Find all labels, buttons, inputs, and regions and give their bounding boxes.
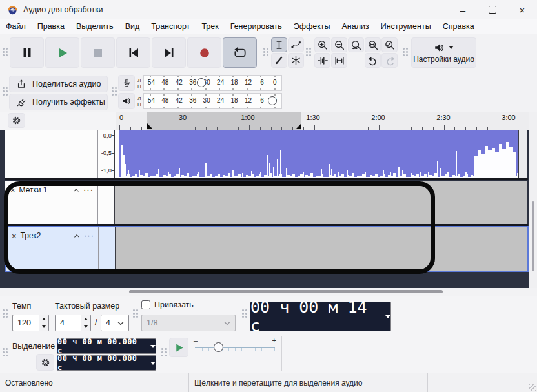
time-ruler[interactable]: 0301:001:302:002:303:00 bbox=[116, 112, 529, 130]
selection-tool-button[interactable] bbox=[271, 37, 287, 52]
record-meter-scale[interactable]: -54-48-42-36-30-24-18-12-60 bbox=[143, 75, 282, 91]
toolbar-grip[interactable] bbox=[242, 309, 247, 318]
tempo-input[interactable]: 120 bbox=[12, 315, 39, 331]
silence-selection-button[interactable] bbox=[331, 53, 347, 68]
menu-item-select[interactable]: Выделить bbox=[70, 22, 119, 31]
toolbar-grip[interactable] bbox=[3, 48, 8, 56]
selection-start-field[interactable]: 00 ч 00 м 00.000 с bbox=[57, 338, 156, 354]
play-button[interactable] bbox=[45, 37, 79, 68]
draw-tool-button[interactable] bbox=[271, 53, 287, 68]
playback-meter-speaker-button[interactable] bbox=[118, 93, 135, 109]
play-at-speed-button[interactable] bbox=[169, 338, 188, 357]
selection-options-button[interactable] bbox=[36, 354, 54, 371]
track-empty-space[interactable] bbox=[519, 130, 527, 178]
track-menu-icon[interactable]: ··· bbox=[83, 187, 94, 192]
gear-icon bbox=[41, 358, 50, 367]
timesig-lower-select[interactable]: 4 bbox=[101, 315, 129, 331]
audio-track-control-panel[interactable] bbox=[5, 130, 98, 178]
menu-item-effects[interactable]: Эффекты bbox=[288, 22, 336, 31]
menu-item-analyze[interactable]: Анализ bbox=[336, 22, 375, 31]
skip-to-end-button[interactable] bbox=[152, 37, 186, 68]
zoom-in-icon bbox=[317, 39, 329, 51]
toolbar-grip[interactable] bbox=[3, 87, 8, 96]
snap-checkbox[interactable] bbox=[141, 300, 150, 309]
menu-item-help[interactable]: Справка bbox=[437, 22, 480, 31]
menu-item-tools[interactable]: Инструменты bbox=[375, 22, 437, 31]
meter-scale-tick bbox=[177, 88, 178, 90]
close-track-icon[interactable]: × bbox=[12, 232, 17, 240]
selection-end-field[interactable]: 00 ч 00 м 00.000 с bbox=[57, 355, 156, 371]
vertical-scrollbar[interactable] bbox=[529, 130, 537, 288]
close-button[interactable]: × bbox=[507, 0, 537, 19]
zoom-out-button[interactable] bbox=[331, 37, 347, 52]
menu-item-file[interactable]: Файл bbox=[0, 22, 32, 31]
audio-track-content[interactable] bbox=[115, 130, 527, 178]
toolbar-grip[interactable] bbox=[263, 48, 268, 56]
collapse-chevron-icon[interactable] bbox=[74, 234, 80, 238]
horizontal-scrollbar-thumb[interactable] bbox=[129, 290, 443, 293]
audio-setup-button[interactable]: Настройки аудио bbox=[411, 37, 476, 68]
label-track-name[interactable]: Метки 1 bbox=[19, 185, 48, 194]
loop-button[interactable] bbox=[223, 37, 257, 68]
maximize-button[interactable] bbox=[478, 0, 507, 19]
menu-item-view[interactable]: Вид bbox=[119, 22, 146, 31]
skip-to-start-button[interactable] bbox=[116, 37, 150, 68]
track2-content[interactable] bbox=[116, 227, 527, 271]
dropdown-arrow-icon[interactable] bbox=[150, 345, 156, 348]
waveform-clip[interactable] bbox=[119, 130, 519, 178]
tempo-spinner[interactable] bbox=[39, 315, 49, 331]
toolbar-grip[interactable] bbox=[306, 48, 311, 56]
snap-value-select[interactable]: 1/8 bbox=[141, 315, 236, 331]
slider-thumb[interactable] bbox=[214, 342, 223, 352]
collapse-chevron-icon[interactable] bbox=[73, 188, 79, 192]
toolbar-grip[interactable] bbox=[3, 309, 8, 318]
close-track-icon[interactable]: × bbox=[10, 187, 15, 194]
undo-button[interactable] bbox=[365, 53, 381, 68]
menu-item-generate[interactable]: Генерировать bbox=[225, 22, 288, 31]
multi-tool-button[interactable] bbox=[288, 53, 304, 68]
vertical-scrollbar-thumb[interactable] bbox=[532, 201, 534, 271]
envelope-tool-button[interactable] bbox=[288, 37, 304, 52]
track2-control-panel[interactable]: × Трек2 ··· bbox=[6, 227, 99, 271]
label-track-control-panel[interactable]: × Метки 1 ··· bbox=[5, 181, 98, 224]
zoom-toggle-button[interactable] bbox=[381, 37, 398, 52]
selection-edge-marker[interactable] bbox=[296, 123, 301, 129]
toolbar-grip[interactable] bbox=[133, 309, 138, 318]
timesig-spinner[interactable] bbox=[81, 315, 91, 331]
record-button[interactable] bbox=[187, 37, 221, 68]
redo-button[interactable] bbox=[381, 53, 398, 68]
pause-button[interactable] bbox=[10, 37, 44, 68]
fit-project-button[interactable] bbox=[365, 37, 381, 52]
menu-item-tracks[interactable]: Трек bbox=[196, 22, 224, 31]
zoom-in-button[interactable] bbox=[314, 37, 330, 52]
share-audio-button[interactable]: Поделиться аудио bbox=[9, 76, 108, 92]
get-effects-button[interactable]: Получить эффекты bbox=[9, 94, 108, 110]
dropdown-arrow-icon[interactable] bbox=[150, 362, 156, 365]
window-resize-grip[interactable] bbox=[529, 384, 536, 391]
trim-outside-selection-button[interactable] bbox=[314, 53, 330, 68]
zoom-to-selection-button[interactable] bbox=[348, 37, 364, 52]
playback-speed-slider[interactable]: – + bbox=[192, 338, 278, 357]
meter-volume-thumb[interactable] bbox=[268, 96, 277, 105]
audio-position-display[interactable]: 00 ч 00 м 14 с bbox=[250, 302, 391, 331]
menu-item-edit[interactable]: Правка bbox=[32, 22, 70, 31]
selection-edge-marker[interactable] bbox=[147, 123, 153, 129]
playback-meter-scale[interactable]: -54-48-42-36-30-24-18-12-60 bbox=[143, 93, 282, 109]
toolbar-grip[interactable] bbox=[3, 348, 8, 356]
label-track-content[interactable] bbox=[115, 181, 527, 224]
timeline-options-button[interactable] bbox=[8, 113, 25, 128]
track2-name[interactable]: Трек2 bbox=[21, 231, 41, 240]
toolbar-grip[interactable] bbox=[161, 348, 167, 356]
record-meter-mic-button[interactable] bbox=[118, 75, 135, 91]
toolbar-grip[interactable] bbox=[403, 48, 408, 56]
time-format-dropdown-icon[interactable] bbox=[385, 315, 390, 318]
track-menu-icon[interactable]: ··· bbox=[84, 233, 94, 238]
stop-button[interactable] bbox=[81, 37, 115, 68]
horizontal-scrollbar[interactable] bbox=[0, 288, 537, 296]
minimize-button[interactable]: – bbox=[448, 0, 478, 19]
maximize-icon bbox=[489, 6, 496, 14]
timeline-selection-region[interactable] bbox=[147, 112, 301, 130]
toolbar-grip[interactable] bbox=[112, 87, 117, 96]
menu-item-transport[interactable]: Транспорт bbox=[145, 22, 196, 31]
timesig-upper-input[interactable]: 4 bbox=[55, 315, 81, 331]
